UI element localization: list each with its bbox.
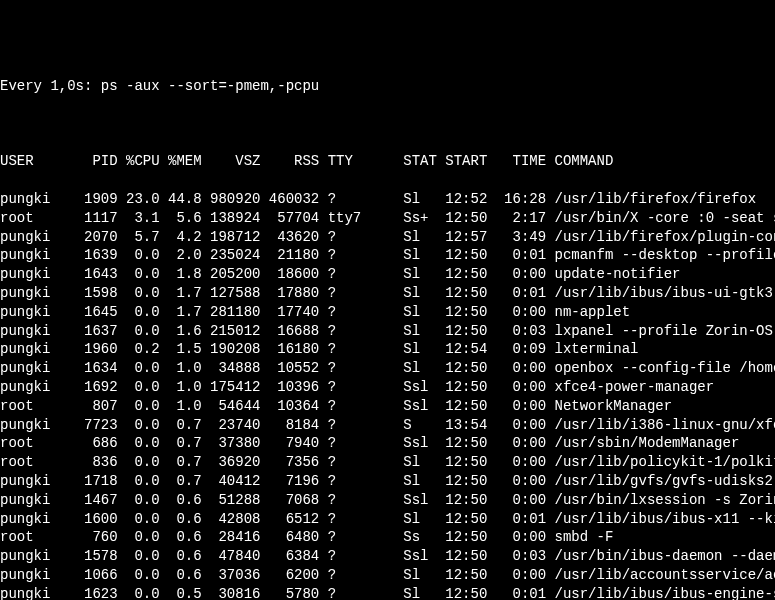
watch-header-line: Every 1,0s: ps -aux --sort=-pmem,-pcpu (0, 77, 775, 96)
process-row: root 807 0.0 1.0 54644 10364 ? Ssl 12:50… (0, 397, 775, 416)
process-row: root 1117 3.1 5.6 138924 57704 tty7 Ss+ … (0, 209, 775, 228)
process-row: pungki 1066 0.0 0.6 37036 6200 ? Sl 12:5… (0, 566, 775, 585)
process-row: pungki 1578 0.0 0.6 47840 6384 ? Ssl 12:… (0, 547, 775, 566)
process-row: root 836 0.0 0.7 36920 7356 ? Sl 12:50 0… (0, 453, 775, 472)
process-row: pungki 1718 0.0 0.7 40412 7196 ? Sl 12:5… (0, 472, 775, 491)
process-row: root 760 0.0 0.6 28416 6480 ? Ss 12:50 0… (0, 528, 775, 547)
process-row: pungki 1467 0.0 0.6 51288 7068 ? Ssl 12:… (0, 491, 775, 510)
process-row: pungki 1909 23.0 44.8 980920 460032 ? Sl… (0, 190, 775, 209)
process-row: pungki 1637 0.0 1.6 215012 16688 ? Sl 12… (0, 322, 775, 341)
process-row: root 686 0.0 0.7 37380 7940 ? Ssl 12:50 … (0, 434, 775, 453)
process-row: pungki 1634 0.0 1.0 34888 10552 ? Sl 12:… (0, 359, 775, 378)
process-row: pungki 1692 0.0 1.0 175412 10396 ? Ssl 1… (0, 378, 775, 397)
column-header-line: USER PID %CPU %MEM VSZ RSS TTY STAT STAR… (0, 152, 775, 171)
process-row: pungki 1639 0.0 2.0 235024 21180 ? Sl 12… (0, 246, 775, 265)
process-row: pungki 7723 0.0 0.7 23740 8184 ? S 13:54… (0, 416, 775, 435)
process-row: pungki 1960 0.2 1.5 190208 16180 ? Sl 12… (0, 340, 775, 359)
process-row: pungki 1645 0.0 1.7 281180 17740 ? Sl 12… (0, 303, 775, 322)
process-row: pungki 1600 0.0 0.6 42808 6512 ? Sl 12:5… (0, 510, 775, 529)
process-row: pungki 1598 0.0 1.7 127588 17880 ? Sl 12… (0, 284, 775, 303)
process-row: pungki 1643 0.0 1.8 205200 18600 ? Sl 12… (0, 265, 775, 284)
blank-line (0, 115, 775, 134)
process-row: pungki 2070 5.7 4.2 198712 43620 ? Sl 12… (0, 228, 775, 247)
process-row: pungki 1623 0.0 0.5 30816 5780 ? Sl 12:5… (0, 585, 775, 600)
process-rows: pungki 1909 23.0 44.8 980920 460032 ? Sl… (0, 190, 775, 600)
